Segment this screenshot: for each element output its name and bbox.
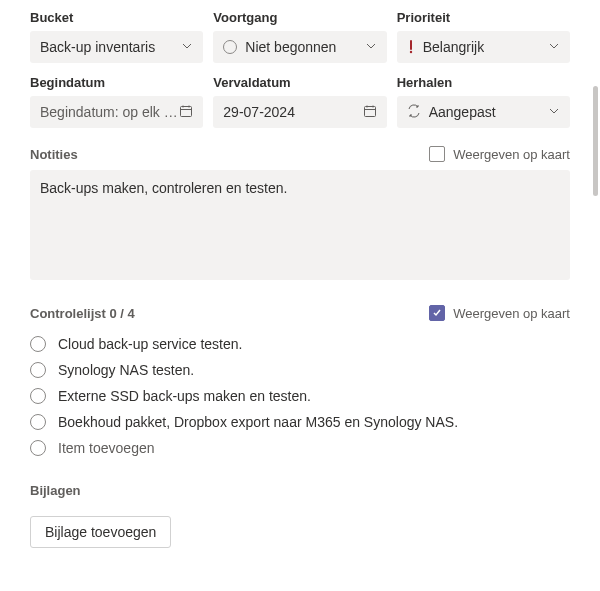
bucket-value: Back-up inventaris (40, 39, 155, 55)
checklist-radio-icon[interactable] (30, 362, 46, 378)
repeat-dropdown[interactable]: Aangepast (397, 96, 570, 128)
scrollbar[interactable] (593, 86, 598, 196)
checklist-item[interactable]: Cloud back-up service testen. (30, 331, 570, 357)
checklist-item[interactable]: Synology NAS testen. (30, 357, 570, 383)
bucket-label: Bucket (30, 10, 203, 25)
bucket-dropdown[interactable]: Back-up inventaris (30, 31, 203, 63)
svg-point-0 (409, 51, 411, 53)
priority-dropdown[interactable]: Belangrijk (397, 31, 570, 63)
startdate-placeholder: Begindatum: op elk ge... (40, 104, 179, 120)
status-notstarted-icon (223, 40, 237, 54)
repeat-value: Aangepast (429, 104, 496, 120)
priority-label: Prioriteit (397, 10, 570, 25)
checklist-add-item[interactable]: Item toevoegen (30, 435, 570, 461)
chevron-down-icon (365, 39, 377, 55)
startdate-input[interactable]: Begindatum: op elk ge... (30, 96, 203, 128)
svg-rect-5 (364, 106, 375, 116)
priority-value: Belangrijk (423, 39, 484, 55)
checklist-item-text: Synology NAS testen. (58, 362, 194, 378)
checklist-show-on-card-label: Weergeven op kaart (453, 306, 570, 321)
duedate-label: Vervaldatum (213, 75, 386, 90)
checklist-radio-icon[interactable] (30, 414, 46, 430)
checklist-radio-icon (30, 440, 46, 456)
checkbox-checked-icon (429, 305, 445, 321)
checklist-item[interactable]: Boekhoud pakket, Dropbox export naar M36… (30, 409, 570, 435)
repeat-icon (407, 104, 421, 121)
checklist-item-text: Externe SSD back-ups maken en testen. (58, 388, 311, 404)
notes-label: Notities (30, 147, 78, 162)
notes-show-on-card-label: Weergeven op kaart (453, 147, 570, 162)
checklist-label: Controlelijst (30, 306, 106, 321)
checklist-item-text: Cloud back-up service testen. (58, 336, 242, 352)
duedate-input[interactable]: 29-07-2024 (213, 96, 386, 128)
checklist-add-text: Item toevoegen (58, 440, 155, 456)
chevron-down-icon (181, 39, 193, 55)
add-attachment-button[interactable]: Bijlage toevoegen (30, 516, 171, 548)
repeat-label: Herhalen (397, 75, 570, 90)
chevron-down-icon (548, 39, 560, 55)
checklist-item[interactable]: Externe SSD back-ups maken en testen. (30, 383, 570, 409)
checklist-item-text: Boekhoud pakket, Dropbox export naar M36… (58, 414, 458, 430)
checklist-show-on-card-toggle[interactable]: Weergeven op kaart (429, 305, 570, 321)
checklist-count: 0 / 4 (109, 306, 134, 321)
notes-textarea[interactable] (30, 170, 570, 280)
attachments-label: Bijlagen (30, 483, 570, 498)
notes-show-on-card-toggle[interactable]: Weergeven op kaart (429, 146, 570, 162)
progress-label: Voortgang (213, 10, 386, 25)
svg-rect-1 (181, 106, 192, 116)
startdate-label: Begindatum (30, 75, 203, 90)
duedate-value: 29-07-2024 (223, 104, 295, 120)
calendar-icon (179, 104, 193, 121)
checklist-radio-icon[interactable] (30, 336, 46, 352)
progress-dropdown[interactable]: Niet begonnen (213, 31, 386, 63)
checkbox-unchecked-icon (429, 146, 445, 162)
chevron-down-icon (548, 104, 560, 120)
calendar-icon (363, 104, 377, 121)
progress-value: Niet begonnen (245, 39, 336, 55)
priority-important-icon (407, 40, 415, 54)
checklist-radio-icon[interactable] (30, 388, 46, 404)
